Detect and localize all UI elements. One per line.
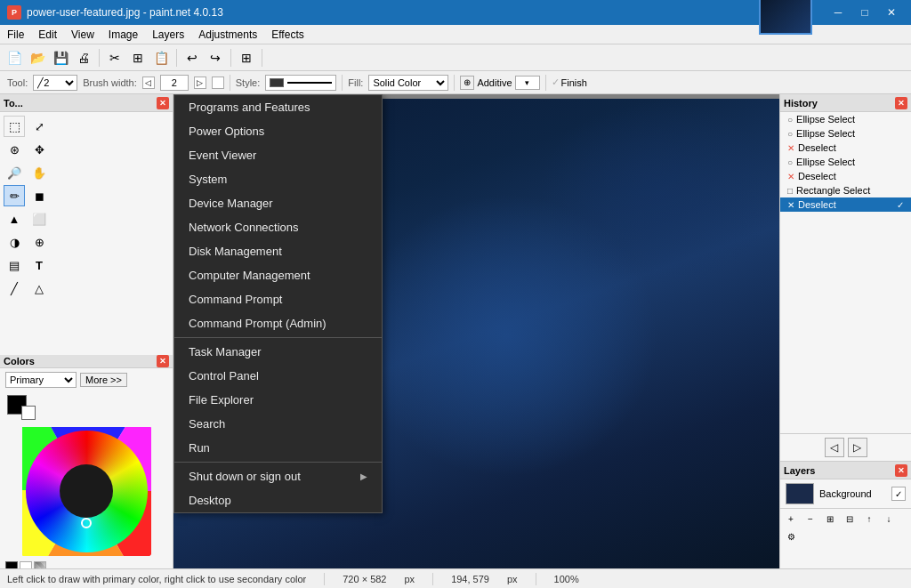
ctx-desktop[interactable]: Desktop bbox=[174, 488, 382, 512]
tool-magic-wand[interactable]: ⊛ bbox=[4, 139, 25, 160]
menu-edit[interactable]: Edit bbox=[31, 25, 64, 44]
menu-effects[interactable]: Effects bbox=[264, 25, 310, 44]
history-item-1[interactable]: ○ Ellipse Select bbox=[780, 112, 911, 126]
history-close-button[interactable]: ✕ bbox=[895, 97, 907, 109]
ctx-search[interactable]: Search bbox=[174, 412, 382, 436]
ctx-sep-2 bbox=[174, 462, 382, 463]
ctx-run[interactable]: Run bbox=[174, 436, 382, 460]
paste-button[interactable]: 📋 bbox=[150, 47, 172, 68]
secondary-color-swatch[interactable] bbox=[21, 406, 36, 420]
history-item-7[interactable]: ✕ Deselect ✓ bbox=[780, 197, 911, 212]
copy-button[interactable]: ⊞ bbox=[127, 47, 149, 68]
tool-zoom[interactable]: 🔎 bbox=[4, 162, 25, 183]
history-item-5[interactable]: ✕ Deselect bbox=[780, 169, 911, 183]
layers-add-button[interactable]: + bbox=[782, 511, 800, 527]
app-icon: P bbox=[7, 5, 21, 20]
layers-down-button[interactable]: ↓ bbox=[880, 511, 898, 527]
menu-adjustments[interactable]: Adjustments bbox=[191, 25, 264, 44]
primary-secondary-swatches bbox=[7, 395, 36, 420]
tools-close-button[interactable]: ✕ bbox=[157, 97, 169, 109]
tool-shapes[interactable]: △ bbox=[28, 278, 50, 299]
print-button[interactable]: 🖨 bbox=[73, 47, 94, 68]
new-button[interactable]: 📄 bbox=[4, 47, 25, 68]
undo-button[interactable]: ↩ bbox=[181, 47, 203, 68]
tool-paintbrush[interactable]: ▲ bbox=[4, 208, 25, 230]
tool-eraser[interactable]: ⬜ bbox=[28, 208, 50, 230]
ctx-task-manager[interactable]: Task Manager bbox=[174, 340, 382, 364]
ctx-system[interactable]: System bbox=[174, 167, 382, 191]
menu-view[interactable]: View bbox=[64, 25, 101, 44]
transparent-swatch[interactable] bbox=[34, 561, 46, 568]
history-item-4[interactable]: ○ Ellipse Select bbox=[780, 155, 911, 169]
ctx-network-connections[interactable]: Network Connections bbox=[174, 215, 382, 239]
black-swatch[interactable] bbox=[5, 561, 18, 568]
tool-recolor[interactable]: ◑ bbox=[4, 231, 25, 253]
ctx-computer-management[interactable]: Computer Management bbox=[174, 263, 382, 287]
menu-layers[interactable]: Layers bbox=[145, 25, 191, 44]
fill-select[interactable]: Solid Color bbox=[368, 75, 448, 91]
redo-button[interactable]: ↪ bbox=[205, 47, 226, 68]
layers-properties-button[interactable]: ⚙ bbox=[782, 528, 800, 544]
menu-file[interactable]: File bbox=[0, 25, 31, 44]
close-button[interactable]: ✕ bbox=[879, 0, 904, 25]
history-redo-button[interactable]: ▷ bbox=[848, 438, 867, 457]
blend-label: Additive bbox=[477, 77, 512, 88]
brush-width-increase[interactable]: ▷ bbox=[194, 77, 206, 89]
layers-close-button[interactable]: ✕ bbox=[895, 464, 907, 477]
color-mode-select[interactable]: Primary bbox=[5, 372, 77, 388]
ctx-control-panel[interactable]: Control Panel bbox=[174, 364, 382, 388]
finish-checkmark: ✓ bbox=[552, 77, 560, 88]
ctx-disk-management[interactable]: Disk Management bbox=[174, 239, 382, 263]
tool-clone-stamp[interactable]: ⊕ bbox=[28, 231, 50, 253]
tool-rectangle-select[interactable]: ⬚ bbox=[4, 116, 25, 137]
brush-width-options[interactable] bbox=[212, 77, 224, 89]
ctx-command-prompt[interactable]: Command Prompt bbox=[174, 287, 382, 311]
tool-lasso-select[interactable]: ⤢ bbox=[28, 116, 50, 137]
ctx-power-options[interactable]: Power Options bbox=[174, 119, 382, 143]
cut-button[interactable]: ✂ bbox=[104, 47, 125, 68]
history-item-6[interactable]: □ Rectangle Select bbox=[780, 183, 911, 197]
tool-select[interactable]: ╱2 bbox=[33, 75, 77, 91]
more-button[interactable]: More >> bbox=[80, 373, 127, 387]
tool-line[interactable]: ╱ bbox=[4, 278, 25, 299]
ctx-event-viewer[interactable]: Event Viewer bbox=[174, 143, 382, 167]
tool-paintbucket[interactable]: ◼ bbox=[28, 185, 50, 206]
blend-select[interactable]: ▾ bbox=[515, 76, 540, 90]
canvas-area[interactable]: Programs and Features Power Options Even… bbox=[173, 94, 779, 568]
colors-close-button[interactable]: ✕ bbox=[157, 355, 169, 367]
history-item-3[interactable]: ✕ Deselect bbox=[780, 141, 911, 155]
style-selector[interactable] bbox=[265, 75, 336, 91]
menu-image[interactable]: Image bbox=[101, 25, 145, 44]
ctx-command-prompt-admin[interactable]: Command Prompt (Admin) bbox=[174, 311, 382, 335]
white-swatch[interactable] bbox=[20, 561, 32, 568]
crop-button[interactable]: ⊞ bbox=[236, 47, 257, 68]
color-wheel[interactable] bbox=[22, 427, 151, 556]
history-item-2[interactable]: ○ Ellipse Select bbox=[780, 126, 911, 141]
brush-width-decrease[interactable]: ◁ bbox=[142, 77, 155, 89]
ctx-device-manager[interactable]: Device Manager bbox=[174, 191, 382, 215]
layer-item-background[interactable]: Background ✓ bbox=[780, 479, 911, 508]
layers-up-button[interactable]: ↑ bbox=[860, 511, 878, 527]
save-button[interactable]: 💾 bbox=[50, 47, 71, 68]
minimize-button[interactable]: ─ bbox=[826, 0, 851, 25]
colors-panel: Colors ✕ Primary More >> bbox=[0, 355, 173, 568]
title-controls: ─ □ ✕ bbox=[826, 0, 904, 25]
layers-duplicate-button[interactable]: ⊞ bbox=[821, 511, 839, 527]
brush-width-input[interactable]: 2 bbox=[160, 75, 189, 91]
tool-move[interactable]: ✥ bbox=[28, 139, 50, 160]
ctx-shutdown[interactable]: Shut down or sign out ▶ bbox=[174, 464, 382, 488]
open-button[interactable]: 📂 bbox=[27, 47, 48, 68]
tool-text[interactable]: T bbox=[28, 254, 50, 276]
layers-delete-button[interactable]: − bbox=[802, 511, 819, 527]
ctx-file-explorer[interactable]: File Explorer bbox=[174, 388, 382, 412]
ctx-programs-features[interactable]: Programs and Features bbox=[174, 95, 382, 119]
status-sep-2 bbox=[432, 573, 433, 585]
layer-visibility-checkbox[interactable]: ✓ bbox=[891, 487, 906, 501]
tool-gradient[interactable]: ▤ bbox=[4, 254, 25, 276]
history-undo-button[interactable]: ◁ bbox=[825, 438, 844, 457]
layers-merge-button[interactable]: ⊟ bbox=[841, 511, 859, 527]
maximize-button[interactable]: □ bbox=[852, 0, 877, 25]
blend-icon[interactable]: ⊕ bbox=[460, 76, 474, 90]
tool-hand[interactable]: ✋ bbox=[28, 162, 50, 183]
tool-pencil[interactable]: ✏ bbox=[4, 185, 25, 206]
